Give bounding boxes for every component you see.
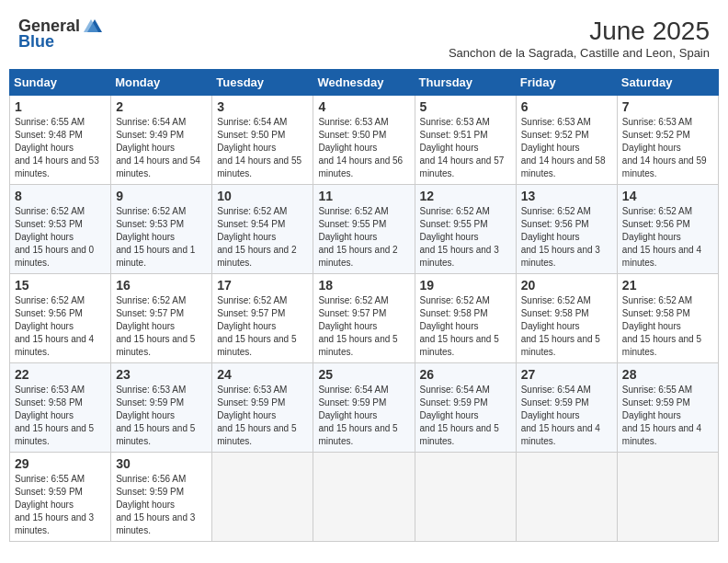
cell-info: Sunrise: 6:52 AM Sunset: 9:58 PM Dayligh…: [521, 294, 612, 359]
cell-info: Sunrise: 6:52 AM Sunset: 9:56 PM Dayligh…: [521, 205, 612, 270]
cell-info: Sunrise: 6:55 AM Sunset: 9:59 PM Dayligh…: [622, 384, 713, 448]
day-number: 10: [217, 189, 308, 203]
cell-info: Sunrise: 6:52 AM Sunset: 9:56 PM Dayligh…: [15, 294, 106, 359]
month-title: June 2025: [449, 17, 710, 46]
col-sunday: Sunday: [10, 70, 111, 96]
day-number: 29: [15, 456, 106, 471]
day-number: 4: [318, 99, 409, 114]
day-number: 23: [116, 367, 207, 382]
calendar-cell: 6 Sunrise: 6:53 AM Sunset: 9:52 PM Dayli…: [516, 96, 617, 185]
day-number: 24: [217, 367, 308, 382]
col-tuesday: Tuesday: [212, 70, 313, 96]
logo-icon: [84, 17, 104, 34]
day-number: 27: [521, 367, 612, 382]
calendar-cell: [516, 453, 617, 542]
day-number: 6: [521, 99, 612, 114]
day-number: 14: [622, 189, 713, 203]
col-friday: Friday: [516, 70, 617, 96]
cell-info: Sunrise: 6:52 AM Sunset: 9:56 PM Dayligh…: [622, 205, 713, 270]
cell-info: Sunrise: 6:52 AM Sunset: 9:58 PM Dayligh…: [622, 294, 713, 359]
calendar-cell: 29 Sunrise: 6:55 AM Sunset: 9:59 PM Dayl…: [10, 453, 111, 542]
calendar-cell: 28 Sunrise: 6:55 AM Sunset: 9:59 PM Dayl…: [617, 363, 718, 453]
calendar-cell: 12 Sunrise: 6:52 AM Sunset: 9:55 PM Dayl…: [415, 185, 516, 274]
location-subtitle: Sanchon de la Sagrada, Castille and Leon…: [449, 46, 710, 60]
calendar-cell: 10 Sunrise: 6:52 AM Sunset: 9:54 PM Dayl…: [212, 185, 313, 274]
calendar-cell: 1 Sunrise: 6:55 AM Sunset: 9:48 PM Dayli…: [10, 96, 111, 185]
calendar-cell: 14 Sunrise: 6:52 AM Sunset: 9:56 PM Dayl…: [617, 185, 718, 274]
day-number: 9: [116, 189, 207, 203]
calendar-cell: 24 Sunrise: 6:53 AM Sunset: 9:59 PM Dayl…: [212, 363, 313, 453]
cell-info: Sunrise: 6:52 AM Sunset: 9:55 PM Dayligh…: [420, 205, 511, 270]
calendar-cell: 26 Sunrise: 6:54 AM Sunset: 9:59 PM Dayl…: [415, 363, 516, 453]
cell-info: Sunrise: 6:54 AM Sunset: 9:50 PM Dayligh…: [217, 116, 308, 180]
cell-info: Sunrise: 6:53 AM Sunset: 9:52 PM Dayligh…: [622, 116, 713, 180]
day-number: 15: [15, 278, 106, 293]
calendar-cell: 2 Sunrise: 6:54 AM Sunset: 9:49 PM Dayli…: [111, 96, 212, 185]
calendar-cell: 23 Sunrise: 6:53 AM Sunset: 9:59 PM Dayl…: [111, 363, 212, 453]
day-number: 2: [116, 99, 207, 114]
day-number: 30: [116, 456, 207, 471]
cell-info: Sunrise: 6:54 AM Sunset: 9:59 PM Dayligh…: [318, 384, 409, 448]
cell-info: Sunrise: 6:55 AM Sunset: 9:48 PM Dayligh…: [15, 116, 106, 180]
calendar-cell: [212, 453, 313, 542]
cell-info: Sunrise: 6:53 AM Sunset: 9:58 PM Dayligh…: [15, 384, 106, 448]
day-number: 18: [318, 278, 409, 293]
cell-info: Sunrise: 6:53 AM Sunset: 9:50 PM Dayligh…: [318, 116, 409, 180]
cell-info: Sunrise: 6:53 AM Sunset: 9:52 PM Dayligh…: [521, 116, 612, 180]
calendar-cell: [415, 453, 516, 542]
cell-info: Sunrise: 6:52 AM Sunset: 9:57 PM Dayligh…: [318, 294, 409, 359]
day-number: 22: [15, 367, 106, 382]
cell-info: Sunrise: 6:54 AM Sunset: 9:49 PM Dayligh…: [116, 116, 207, 180]
calendar-week-row: 15 Sunrise: 6:52 AM Sunset: 9:56 PM Dayl…: [10, 274, 719, 363]
cell-info: Sunrise: 6:53 AM Sunset: 9:59 PM Dayligh…: [116, 384, 207, 448]
calendar-cell: 15 Sunrise: 6:52 AM Sunset: 9:56 PM Dayl…: [10, 274, 111, 363]
calendar-cell: 13 Sunrise: 6:52 AM Sunset: 9:56 PM Dayl…: [516, 185, 617, 274]
calendar-cell: 8 Sunrise: 6:52 AM Sunset: 9:53 PM Dayli…: [10, 185, 111, 274]
calendar-cell: 7 Sunrise: 6:53 AM Sunset: 9:52 PM Dayli…: [617, 96, 718, 185]
calendar-cell: 17 Sunrise: 6:52 AM Sunset: 9:57 PM Dayl…: [212, 274, 313, 363]
calendar-cell: 20 Sunrise: 6:52 AM Sunset: 9:58 PM Dayl…: [516, 274, 617, 363]
day-number: 11: [318, 189, 409, 203]
day-number: 17: [217, 278, 308, 293]
cell-info: Sunrise: 6:52 AM Sunset: 9:57 PM Dayligh…: [217, 294, 308, 359]
calendar-cell: 9 Sunrise: 6:52 AM Sunset: 9:53 PM Dayli…: [111, 185, 212, 274]
day-number: 21: [622, 278, 713, 293]
calendar-header-row: Sunday Monday Tuesday Wednesday Thursday…: [10, 70, 719, 96]
day-number: 5: [420, 99, 511, 114]
day-number: 28: [622, 367, 713, 382]
calendar-cell: 16 Sunrise: 6:52 AM Sunset: 9:57 PM Dayl…: [111, 274, 212, 363]
day-number: 26: [420, 367, 511, 382]
calendar-cell: 21 Sunrise: 6:52 AM Sunset: 9:58 PM Dayl…: [617, 274, 718, 363]
cell-info: Sunrise: 6:52 AM Sunset: 9:53 PM Dayligh…: [15, 205, 106, 270]
day-number: 3: [217, 99, 308, 114]
logo-blue-text: Blue: [18, 32, 54, 52]
col-wednesday: Wednesday: [313, 70, 415, 96]
cell-info: Sunrise: 6:53 AM Sunset: 9:59 PM Dayligh…: [217, 384, 308, 448]
calendar-cell: 18 Sunrise: 6:52 AM Sunset: 9:57 PM Dayl…: [313, 274, 415, 363]
calendar-cell: [617, 453, 718, 542]
calendar-cell: 25 Sunrise: 6:54 AM Sunset: 9:59 PM Dayl…: [313, 363, 415, 453]
calendar-week-row: 22 Sunrise: 6:53 AM Sunset: 9:58 PM Dayl…: [10, 363, 719, 453]
day-number: 8: [15, 189, 106, 203]
cell-info: Sunrise: 6:52 AM Sunset: 9:57 PM Dayligh…: [116, 294, 207, 359]
calendar-week-row: 1 Sunrise: 6:55 AM Sunset: 9:48 PM Dayli…: [10, 96, 719, 185]
cell-info: Sunrise: 6:52 AM Sunset: 9:58 PM Dayligh…: [420, 294, 511, 359]
calendar-cell: 3 Sunrise: 6:54 AM Sunset: 9:50 PM Dayli…: [212, 96, 313, 185]
calendar-cell: [313, 453, 415, 542]
col-saturday: Saturday: [617, 70, 718, 96]
calendar-week-row: 8 Sunrise: 6:52 AM Sunset: 9:53 PM Dayli…: [10, 185, 719, 274]
day-number: 1: [15, 99, 106, 114]
day-number: 7: [622, 99, 713, 114]
day-number: 12: [420, 189, 511, 203]
calendar-cell: 22 Sunrise: 6:53 AM Sunset: 9:58 PM Dayl…: [10, 363, 111, 453]
calendar-week-row: 29 Sunrise: 6:55 AM Sunset: 9:59 PM Dayl…: [10, 453, 719, 542]
calendar-cell: 19 Sunrise: 6:52 AM Sunset: 9:58 PM Dayl…: [415, 274, 516, 363]
day-number: 16: [116, 278, 207, 293]
calendar-table: Sunday Monday Tuesday Wednesday Thursday…: [9, 69, 719, 542]
day-number: 25: [318, 367, 409, 382]
day-number: 13: [521, 189, 612, 203]
calendar-cell: 11 Sunrise: 6:52 AM Sunset: 9:55 PM Dayl…: [313, 185, 415, 274]
day-number: 20: [521, 278, 612, 293]
title-area: June 2025 Sanchon de la Sagrada, Castill…: [449, 17, 710, 60]
cell-info: Sunrise: 6:55 AM Sunset: 9:59 PM Dayligh…: [15, 473, 106, 537]
